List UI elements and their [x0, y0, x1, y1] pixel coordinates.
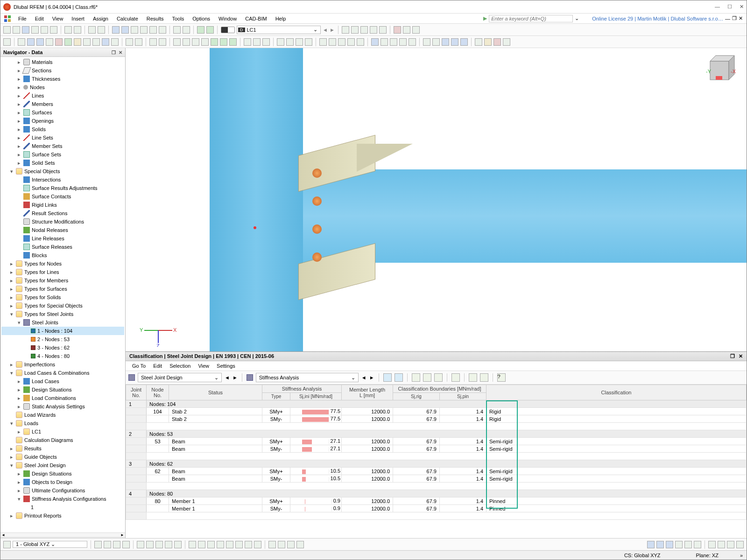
child-restore-icon[interactable]: ❐ [732, 15, 737, 21]
bt-r3[interactable] [666, 541, 673, 548]
tb2-9[interactable] [83, 38, 91, 46]
th-bounds[interactable]: Classification Boundaries [MNm/rad] [393, 385, 486, 393]
tb2-12[interactable] [111, 38, 119, 46]
tb2-21[interactable] [211, 38, 218, 46]
tb2-38[interactable] [390, 38, 397, 46]
coords-selector[interactable]: 1 - Global XYZ ⌄ [13, 541, 87, 548]
close-button[interactable]: ✕ [740, 4, 744, 10]
tree-item[interactable]: ▾Special Objects [1, 167, 124, 175]
expand-icon[interactable]: ▸ [16, 59, 21, 65]
tree-item[interactable]: 4 - Nodes : 80 [1, 352, 124, 360]
results-toggle[interactable] [221, 27, 235, 33]
bt-r1[interactable] [647, 541, 655, 548]
tree-item[interactable]: ▸Objects to Design [1, 478, 124, 486]
tb2-42[interactable] [432, 38, 440, 46]
tree-item[interactable]: ▸LC1 [1, 427, 124, 436]
tree-item[interactable]: Rigid Links [1, 201, 124, 209]
bt-2[interactable] [94, 541, 102, 548]
open-icon[interactable] [13, 26, 20, 34]
tb2-14[interactable] [135, 38, 142, 46]
tree-item[interactable]: ▸Printout Reports [1, 511, 124, 520]
tree-item[interactable]: ▸Lines [1, 91, 124, 100]
th-joint[interactable]: Joint No. [126, 385, 147, 400]
tree-item[interactable]: Nodal Releases [1, 226, 124, 234]
tb2-47[interactable] [484, 38, 492, 46]
bt-8[interactable] [155, 541, 163, 548]
cp-menu-view[interactable]: View [195, 362, 212, 370]
tree-item[interactable]: ▸Imperfections [1, 360, 124, 369]
tree-item[interactable]: 2 - Nodes : 53 [1, 335, 124, 343]
table-row[interactable]: 62 Beam SMy+ 10.5 12000.0 67.9 1.4 Semi-… [126, 468, 747, 475]
view3-icon[interactable] [131, 26, 138, 34]
th-memlen[interactable]: Member Length L [mm] [342, 385, 393, 400]
tree-item[interactable]: Result Sections [1, 209, 124, 217]
tb2-29[interactable] [296, 38, 303, 46]
tree-item[interactable]: ▸Static Analysis Settings [1, 402, 124, 411]
expand-icon[interactable]: ▾ [16, 496, 21, 502]
bt-r6[interactable] [694, 541, 701, 548]
tree-item[interactable]: Structure Modifications [1, 217, 124, 226]
cc-ico-5[interactable] [434, 373, 443, 382]
toolbar-ico-f[interactable] [394, 26, 401, 34]
tb2-15[interactable] [149, 38, 157, 46]
expand-icon[interactable]: ▸ [9, 261, 14, 267]
navigator-dock-icon[interactable]: ❐ [112, 50, 116, 55]
menu-edit[interactable]: Edit [31, 15, 48, 22]
tb2-17[interactable] [173, 38, 181, 46]
tree-item[interactable]: ▾Loads [1, 419, 124, 427]
bt-r2[interactable] [656, 541, 664, 548]
menu-calculate[interactable]: Calculate [113, 15, 142, 22]
expand-icon[interactable]: ▾ [9, 168, 14, 175]
tb2-5[interactable] [46, 38, 53, 46]
tree-item[interactable]: ▸Results [1, 444, 124, 453]
lc-prev-icon[interactable]: ◄ [323, 27, 328, 33]
expand-icon[interactable]: ▸ [9, 454, 14, 460]
tb2-31[interactable] [319, 38, 327, 46]
tb2-45[interactable] [460, 38, 468, 46]
module-selector[interactable]: Steel Joint Design ⌄ [138, 373, 222, 382]
tb2-46[interactable] [475, 38, 482, 46]
view-icon[interactable] [112, 26, 120, 34]
table-row[interactable]: 53 Beam SMy+ 27.1 12000.0 67.9 1.4 Semi-… [126, 438, 747, 445]
loadcase-selector[interactable]: D LC1 ⌄ [237, 26, 321, 34]
tree-item[interactable]: ▸Thicknesses [1, 75, 124, 83]
cc-ico-help[interactable]: ? [497, 373, 506, 382]
cc-ico-7[interactable] [469, 373, 477, 382]
bt-18[interactable] [254, 541, 261, 548]
bt-14[interactable] [217, 541, 224, 548]
bt-16[interactable] [235, 541, 243, 548]
bt-19[interactable] [268, 541, 276, 548]
menu-results[interactable]: Results [143, 15, 168, 22]
tb2-13[interactable] [126, 38, 133, 46]
bt-r10[interactable] [736, 541, 744, 548]
viewport-3d[interactable]: X Y Z -Y -X [126, 48, 747, 351]
table-group-row[interactable]: 2Nodes: 53 [126, 430, 747, 438]
panel-close-icon[interactable]: ✕ [739, 353, 743, 359]
navigator-close-icon[interactable]: ✕ [119, 50, 122, 55]
tree-item[interactable]: ▸Sections [1, 66, 124, 75]
hscroll-right-icon[interactable]: ► [120, 533, 124, 537]
tree-item[interactable]: Intersections [1, 175, 124, 184]
tree-item[interactable]: ▸Materials [1, 58, 124, 66]
table-group-row[interactable]: 4Nodes: 80 [126, 490, 747, 497]
tb2-39[interactable] [399, 38, 407, 46]
tb2-37[interactable] [381, 38, 388, 46]
bt-r8[interactable] [718, 541, 725, 548]
tb2-7[interactable] [64, 38, 72, 46]
tb2-1[interactable] [3, 38, 11, 46]
analysis-selector[interactable]: Stiffness Analysis ⌄ [256, 373, 359, 382]
bt-21[interactable] [287, 541, 295, 548]
tb2-44[interactable] [451, 38, 458, 46]
child-close-icon[interactable]: ✕ [739, 15, 743, 21]
expand-icon[interactable]: ▸ [9, 278, 14, 284]
cc-ico-2[interactable] [395, 373, 403, 382]
bt-5[interactable] [122, 541, 130, 548]
tree-item[interactable]: Blocks [1, 251, 124, 259]
expand-icon[interactable]: ▸ [9, 303, 14, 309]
tb2-33[interactable] [338, 38, 345, 46]
tb2-41[interactable] [423, 38, 430, 46]
bt-6[interactable] [137, 541, 144, 548]
bt-10[interactable] [174, 541, 182, 548]
copy-icon[interactable] [64, 26, 72, 34]
th-type[interactable]: Type [262, 393, 290, 400]
